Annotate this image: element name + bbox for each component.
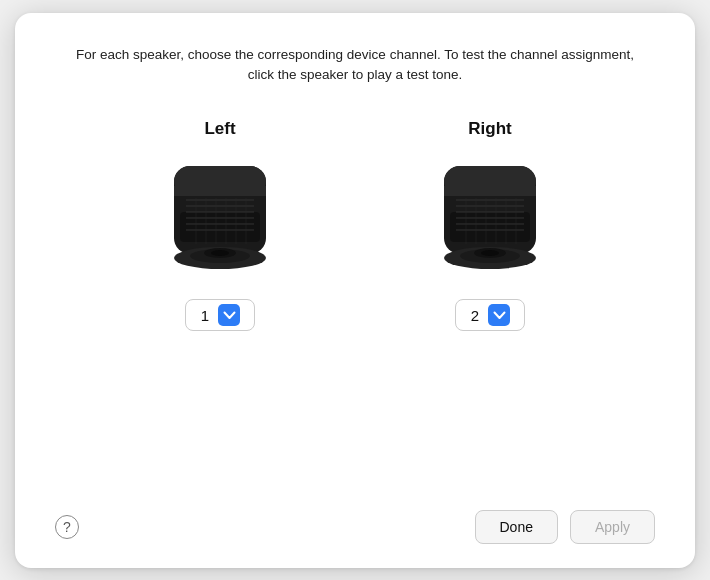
done-button[interactable]: Done bbox=[475, 510, 558, 544]
right-speaker-label: Right bbox=[468, 119, 511, 139]
right-speaker-col: Right bbox=[435, 119, 545, 331]
left-speaker-col: Left bbox=[165, 119, 275, 331]
svg-point-27 bbox=[481, 250, 499, 256]
left-channel-value: 1 bbox=[198, 307, 212, 324]
footer-actions: Done Apply bbox=[475, 510, 656, 544]
apply-button: Apply bbox=[570, 510, 655, 544]
left-speaker-label: Left bbox=[204, 119, 235, 139]
dialog-footer: ? Done Apply bbox=[55, 494, 655, 544]
right-dropdown-button[interactable] bbox=[488, 304, 510, 326]
left-channel-select[interactable]: 1 bbox=[185, 299, 255, 331]
left-speaker-icon[interactable] bbox=[165, 161, 275, 281]
right-channel-value: 2 bbox=[468, 307, 482, 324]
svg-rect-22 bbox=[444, 186, 536, 196]
help-button[interactable]: ? bbox=[55, 515, 79, 539]
svg-rect-23 bbox=[450, 212, 530, 242]
speakers-row: Left bbox=[55, 119, 655, 494]
right-speaker-icon[interactable] bbox=[435, 161, 545, 281]
right-channel-select[interactable]: 2 bbox=[455, 299, 525, 331]
svg-rect-3 bbox=[180, 212, 260, 242]
svg-point-7 bbox=[211, 250, 229, 256]
speaker-channel-dialog: For each speaker, choose the correspondi… bbox=[15, 13, 695, 568]
left-dropdown-button[interactable] bbox=[218, 304, 240, 326]
description-text: For each speaker, choose the correspondi… bbox=[65, 45, 645, 86]
svg-rect-2 bbox=[174, 186, 266, 196]
